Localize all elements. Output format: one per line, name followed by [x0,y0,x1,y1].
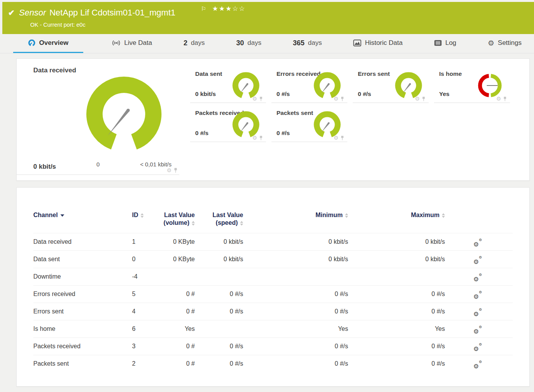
tab-2-days[interactable]: 2 days [180,34,208,53]
channel-settings-gear-icon[interactable]: ⚙ [252,135,257,140]
channel-settings-gear-icon[interactable]: ⚙ [333,96,338,101]
channel-id: 3 [132,343,159,350]
channels-table-panel: Channel ID Last Value (volume) Last Valu… [16,187,530,387]
sort-icon [240,221,243,226]
sort-icon [345,213,348,218]
minimum-value: 0 kbit/s [243,238,348,245]
priority-stars[interactable]: ★★★☆☆ [212,5,246,13]
channel-id: -4 [132,273,159,280]
priority-flag-icon[interactable]: ⚐ [201,5,206,12]
gauge-title: Is home [439,70,462,77]
column-header-id[interactable]: ID [132,211,159,219]
table-row: Packets sent 2 0 # 0 #/s 0 #/s 0 #/s ⚙⚙ [33,355,513,372]
channel-settings-gear-icon[interactable]: ⚙ [496,96,501,101]
channel-name: Packets sent [33,360,132,367]
tab-historic-data[interactable]: Historic Data [350,34,405,53]
maximum-value: 0 #/s [348,308,445,315]
table-row: Downtime -4 ⚙⚙ [33,268,513,285]
channel-settings-gear-icon[interactable]: ⚙ [333,135,338,140]
tab-30-days-number: 30 [236,39,244,47]
pin-icon[interactable] [340,135,344,140]
table-row: Errors sent 4 0 # 0 #/s 0 #/s 0 #/s ⚙⚙ [33,303,513,320]
minimum-value: 0 kbit/s [243,256,348,263]
tab-365-days[interactable]: 365 days [290,34,325,53]
gauge-value: Yes [439,91,450,98]
gauge-packets-sent[interactable]: Packets sent 0 #/s ⚙ [271,103,347,142]
gauge-value: 0 kbit/s [195,91,216,98]
last-value-volume: 0 KByte [159,238,195,245]
minimum-value: Yes [243,325,348,332]
table-row: Errors received 5 0 # 0 #/s 0 #/s 0 #/s … [33,285,513,303]
channel-settings-gear-icon[interactable]: ⚙ [252,96,257,101]
gauge-value: 0 #/s [276,91,290,98]
log-icon [434,40,442,46]
channel-name: Downtime [33,273,132,280]
last-value-volume: Yes [159,325,195,332]
pin-icon[interactable] [259,135,263,140]
maximum-value: 0 kbit/s [348,238,445,245]
sensor-status-text: OK - Current port: e0c [30,22,86,28]
channel-name: Errors sent [33,308,132,315]
maximum-value: Yes [348,325,445,332]
gauge-errors-received[interactable]: Errors received 0 #/s ⚙ [271,64,347,103]
pin-icon[interactable] [173,168,178,173]
gauge-scale-max: < 0,01 kbit/s [140,161,172,168]
gauge-packets-received[interactable]: Packets received 0 #/s ⚙ [190,103,266,142]
table-row: Packets received 3 0 # 0 #/s 0 #/s 0 #/s… [33,337,513,355]
last-value-volume: 0 KByte [159,256,195,263]
live-data-icon [112,39,121,46]
pin-icon[interactable] [422,96,426,101]
column-header-channel[interactable]: Channel [33,211,132,219]
table-row: Is home 6 Yes Yes Yes ⚙⚙ [33,320,513,337]
channel-id: 4 [132,308,159,315]
last-value-speed: 0 kbit/s [195,238,243,245]
channel-settings-gear-icon[interactable]: ⚙ [167,168,172,173]
maximum-value: 0 #/s [348,343,445,350]
gauge-scale-min: 0 [96,161,100,168]
gauge-value: 0 #/s [195,130,208,137]
channel-settings-gear-icon[interactable]: ⚙ [415,96,420,101]
table-row: Data received 1 0 KByte 0 kbit/s 0 kbit/… [33,233,513,250]
gauge-errors-sent[interactable]: Errors sent 0 #/s ⚙ [353,64,429,103]
channel-id: 1 [132,238,159,245]
tab-365-days-number: 365 [293,39,304,47]
last-value-speed: 0 #/s [195,308,243,315]
gauge-value: 0 kbit/s [33,163,56,171]
tab-live-data[interactable]: Live Data [108,34,155,53]
gauge-title: Data received [33,67,76,74]
sort-icon [141,213,144,218]
pin-icon[interactable] [259,96,263,101]
maximum-value: 0 #/s [348,360,445,367]
gauges-panel: Data received 0 < 0,01 kbit/s 0 kbit/s ⚙… [16,58,530,181]
column-header-last-value-speed[interactable]: Last Value (speed) [195,211,243,227]
tab-historic-data-label: Historic Data [365,39,402,47]
gauge-is-home[interactable]: Is home Yes ⚙ [434,64,510,103]
status-ok-check-icon: ✔ [8,8,15,17]
gauge-title: Packets sent [276,110,313,116]
tab-30-days[interactable]: 30 days [233,34,264,53]
pin-icon[interactable] [503,96,507,101]
tab-settings[interactable]: ⚙ Settings [485,34,525,53]
pin-icon[interactable] [340,96,344,101]
column-header-last-value-volume[interactable]: Last Value (volume) [159,211,195,227]
column-header-minimum[interactable]: Minimum [243,211,348,219]
gauge-data-received[interactable]: Data received 0 < 0,01 kbit/s 0 kbit/s ⚙ [17,59,179,175]
sensor-status-banner: ✔ SensorNetApp Lif Cdotsim01-01_mgmt1 ⚐ … [2,2,534,34]
gauge-title: Data sent [195,70,222,77]
gauge-data-sent[interactable]: Data sent 0 kbit/s ⚙ [190,64,266,103]
channel-id: 0 [132,256,159,263]
channel-name: Data received [33,238,132,245]
table-row: Data sent 0 0 KByte 0 kbit/s 0 kbit/s 0 … [33,250,513,268]
channel-id: 5 [132,291,159,298]
channel-name: Errors received [33,291,132,298]
sort-desc-icon [60,214,64,217]
tab-log[interactable]: Log [431,34,459,53]
last-value-speed: 0 #/s [195,291,243,298]
last-value-volume: 0 # [159,291,195,298]
last-value-volume: 0 # [159,360,195,367]
column-header-maximum[interactable]: Maximum [348,211,445,219]
tab-overview[interactable]: Overview [13,34,83,53]
minimum-value: 0 #/s [243,360,348,367]
sort-icon [442,213,445,218]
tab-bar: Overview Live Data 2 days 30 days 365 da… [0,34,534,53]
